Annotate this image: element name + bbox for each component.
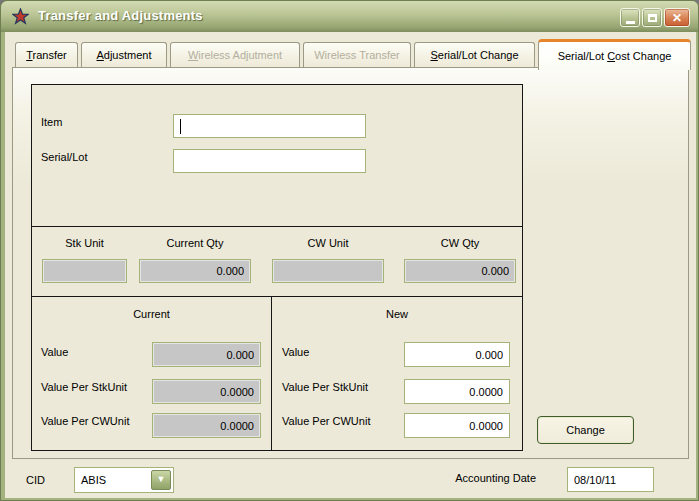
item-input[interactable] [173,114,366,138]
current-new-divider [271,297,272,451]
new-section-header: New [272,308,522,320]
section-divider [32,296,522,297]
window-title: Transfer and Adjustments [38,8,203,23]
current-value-field [152,342,261,367]
current-value-per-stkunit-field [152,379,261,404]
tab-wireless-transfer: Wireless Transfer [303,42,411,67]
tab-adjustment[interactable]: Adjustment [81,42,167,67]
cid-dropdown-button[interactable]: ▼ [151,470,171,490]
cw-unit-field [272,259,384,283]
tab-serial-lot-change[interactable]: Serial/Lot Change [414,42,535,67]
current-value-per-cwunit-label: Value Per CWUnit [41,415,129,427]
tab-serial-lot-cost-change[interactable]: Serial/Lot Cost Change [538,39,691,70]
current-value-per-cwunit-field [152,413,261,438]
cw-unit-label: CW Unit [272,237,384,249]
current-value-per-stkunit-label: Value Per StkUnit [41,381,127,393]
title-bar[interactable]: Transfer and Adjustments ✕ [1,1,699,32]
close-icon: ✕ [672,12,682,24]
cw-qty-label: CW Qty [404,237,516,249]
stk-unit-label: Stk Unit [42,237,127,249]
new-value-per-cwunit-label: Value Per CWUnit [282,415,370,427]
maximize-icon [648,14,657,22]
serial-lot-input[interactable] [173,149,366,173]
serial-lot-label: Serial/Lot [41,151,87,163]
maximize-button[interactable] [642,8,662,27]
accounting-date-label: Accounting Date [446,472,536,484]
cw-qty-field [404,259,516,283]
section-divider [32,226,522,227]
cid-dropdown[interactable]: ABIS ▼ [74,467,174,493]
close-button[interactable]: ✕ [664,8,690,27]
new-value-per-cwunit-input[interactable] [404,413,510,438]
stk-unit-field [42,259,127,283]
tab-transfer[interactable]: Transfer [15,42,78,67]
chevron-down-icon: ▼ [157,475,166,484]
current-qty-field [139,259,251,283]
transfer-adjustments-window: Transfer and Adjustments ✕ Transfer Adju… [0,0,699,501]
current-qty-label: Current Qty [139,237,251,249]
minimize-button[interactable] [620,8,640,27]
text-caret [180,119,181,134]
new-value-per-stkunit-input[interactable] [404,379,510,404]
item-label: Item [41,116,62,128]
tab-wireless-adjutment: Wireless Adjutment [170,42,300,67]
minimize-icon [626,21,635,24]
current-section-header: Current [32,308,271,320]
accounting-date-input[interactable] [567,467,654,492]
change-button[interactable]: Change [537,416,634,444]
app-star-icon [12,8,29,25]
new-value-input[interactable] [404,342,510,367]
cid-selected-value: ABIS [75,474,151,486]
new-value-per-stkunit-label: Value Per StkUnit [282,381,368,393]
cid-label: CID [26,474,45,486]
current-value-label: Value [41,346,68,358]
new-value-label: Value [282,346,309,358]
